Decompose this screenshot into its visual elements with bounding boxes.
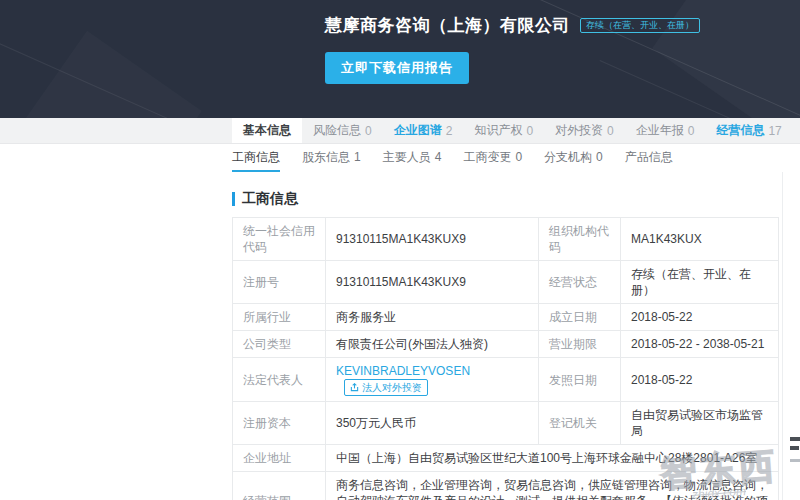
subtab-key-personnel[interactable]: 主要人员4 xyxy=(383,144,442,172)
subtab-registration-changes[interactable]: 工商变更0 xyxy=(463,144,522,172)
right-rail-clipped-content xyxy=(790,437,800,467)
table-row: 企业地址 中国（上海）自由贸易试验区世纪大道100号上海环球金融中心28楼280… xyxy=(233,445,779,472)
primary-tabbar: 基本信息 风险信息0 企业图谱2 知识产权0 对外投资0 企业年报0 经营信息1… xyxy=(0,118,800,144)
business-info-section-header: 工商信息 xyxy=(232,190,778,208)
clipped-text-fragment xyxy=(790,437,800,441)
table-row: 注册号 91310115MA1K43KUX9 经营状态 存续（在营、开业、在册） xyxy=(233,261,779,304)
table-row: 经营范围 商务信息咨询，企业管理咨询，贸易信息咨询，供应链管理咨询，物流信息咨询… xyxy=(233,472,779,500)
subtab-products[interactable]: 产品信息 xyxy=(625,144,673,172)
section-accent-bar xyxy=(232,192,235,206)
tab-outbound-investment[interactable]: 对外投资0 xyxy=(544,118,625,143)
tab-company-graph[interactable]: 企业图谱2 xyxy=(383,118,464,143)
legal-rep-investment-badge[interactable]: 法人对外投资 xyxy=(344,379,428,396)
download-credit-report-button[interactable]: 立即下载信用报告 xyxy=(325,52,469,84)
hero-pattern xyxy=(18,31,202,118)
table-row: 统一社会信用代码 91310115MA1K43KUX9 组织机构代码 MA1K4… xyxy=(233,218,779,261)
tab-history-info[interactable]: 历史信息0 VIP xyxy=(793,118,800,143)
company-name: 慧摩商务咨询（上海）有限公司 xyxy=(325,14,570,37)
business-info-table: 统一社会信用代码 91310115MA1K43KUX9 组织机构代码 MA1K4… xyxy=(232,217,779,500)
company-profile-page: 慧摩商务咨询（上海）有限公司 存续（在营、开业、在册） 立即下载信用报告 基本信… xyxy=(0,0,800,500)
main-content: 工商信息 统一社会信用代码 91310115MA1K43KUX9 组织机构代码 … xyxy=(0,172,778,500)
tab-annual-report[interactable]: 企业年报0 xyxy=(625,118,706,143)
legal-representative-link[interactable]: KEVINBRADLEYVOSEN xyxy=(336,364,470,378)
subtab-business-registration[interactable]: 工商信息 xyxy=(232,144,280,172)
business-info-title: 工商信息 xyxy=(242,190,298,208)
table-row: 注册资本 350万元人民币 登记机关 自由贸易试验区市场监管局 xyxy=(233,402,779,445)
content-right-divider xyxy=(782,172,783,500)
subtab-shareholders[interactable]: 股东信息1 xyxy=(302,144,361,172)
export-icon xyxy=(350,383,359,392)
tab-operation-info[interactable]: 经营信息17 xyxy=(705,118,792,143)
clipped-text-fragment xyxy=(790,446,799,450)
table-row: 所属行业 商务服务业 成立日期 2018-05-22 xyxy=(233,304,779,331)
tab-basic-info[interactable]: 基本信息 xyxy=(232,118,302,143)
tab-risk-info[interactable]: 风险信息0 xyxy=(302,118,383,143)
table-row: 法定代表人 KEVINBRADLEYVOSEN法人对外投资 发照日期 2018-… xyxy=(233,358,779,402)
table-row: 公司类型 有限责任公司(外国法人独资) 营业期限 2018-05-22 - 20… xyxy=(233,331,779,358)
subtab-branches[interactable]: 分支机构0 xyxy=(544,144,603,172)
status-badge: 存续（在营、开业、在册） xyxy=(580,18,700,33)
hero-header: 慧摩商务咨询（上海）有限公司 存续（在营、开业、在册） 立即下载信用报告 xyxy=(0,0,800,118)
sub-tabbar: 工商信息 股东信息1 主要人员4 工商变更0 分支机构0 产品信息 xyxy=(0,144,800,172)
tab-intellectual-property[interactable]: 知识产权0 xyxy=(463,118,544,143)
clipped-text-fragment xyxy=(790,459,800,462)
